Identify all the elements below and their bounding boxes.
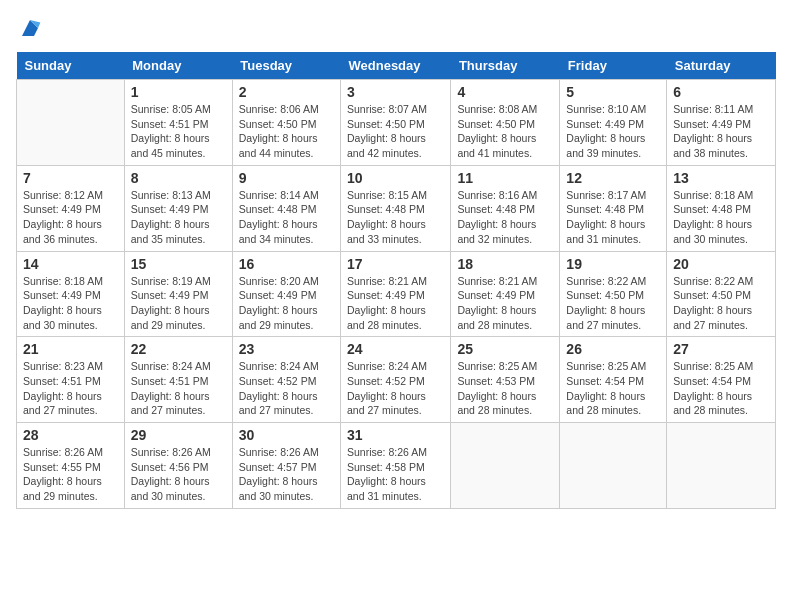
day-info: Sunrise: 8:26 AMSunset: 4:55 PMDaylight:…: [23, 445, 118, 504]
calendar-cell: 12Sunrise: 8:17 AMSunset: 4:48 PMDayligh…: [560, 165, 667, 251]
day-info: Sunrise: 8:19 AMSunset: 4:49 PMDaylight:…: [131, 274, 226, 333]
day-number: 5: [566, 84, 660, 100]
day-info: Sunrise: 8:21 AMSunset: 4:49 PMDaylight:…: [347, 274, 444, 333]
calendar-cell: 17Sunrise: 8:21 AMSunset: 4:49 PMDayligh…: [341, 251, 451, 337]
calendar-cell: 14Sunrise: 8:18 AMSunset: 4:49 PMDayligh…: [17, 251, 125, 337]
calendar-cell: 8Sunrise: 8:13 AMSunset: 4:49 PMDaylight…: [124, 165, 232, 251]
day-info: Sunrise: 8:23 AMSunset: 4:51 PMDaylight:…: [23, 359, 118, 418]
day-header-friday: Friday: [560, 52, 667, 80]
logo-icon: [18, 16, 42, 40]
day-info: Sunrise: 8:18 AMSunset: 4:49 PMDaylight:…: [23, 274, 118, 333]
calendar-cell: 2Sunrise: 8:06 AMSunset: 4:50 PMDaylight…: [232, 80, 340, 166]
day-number: 23: [239, 341, 334, 357]
day-info: Sunrise: 8:25 AMSunset: 4:54 PMDaylight:…: [673, 359, 769, 418]
calendar-cell: 1Sunrise: 8:05 AMSunset: 4:51 PMDaylight…: [124, 80, 232, 166]
calendar-cell: [560, 423, 667, 509]
day-info: Sunrise: 8:24 AMSunset: 4:52 PMDaylight:…: [347, 359, 444, 418]
calendar-cell: 30Sunrise: 8:26 AMSunset: 4:57 PMDayligh…: [232, 423, 340, 509]
week-row-5: 28Sunrise: 8:26 AMSunset: 4:55 PMDayligh…: [17, 423, 776, 509]
week-row-3: 14Sunrise: 8:18 AMSunset: 4:49 PMDayligh…: [17, 251, 776, 337]
day-info: Sunrise: 8:22 AMSunset: 4:50 PMDaylight:…: [566, 274, 660, 333]
logo: [16, 16, 42, 40]
calendar-cell: 20Sunrise: 8:22 AMSunset: 4:50 PMDayligh…: [667, 251, 776, 337]
calendar-cell: 3Sunrise: 8:07 AMSunset: 4:50 PMDaylight…: [341, 80, 451, 166]
calendar-cell: 11Sunrise: 8:16 AMSunset: 4:48 PMDayligh…: [451, 165, 560, 251]
day-number: 3: [347, 84, 444, 100]
day-number: 29: [131, 427, 226, 443]
day-number: 6: [673, 84, 769, 100]
days-header-row: SundayMondayTuesdayWednesdayThursdayFrid…: [17, 52, 776, 80]
day-number: 9: [239, 170, 334, 186]
calendar-cell: 13Sunrise: 8:18 AMSunset: 4:48 PMDayligh…: [667, 165, 776, 251]
day-number: 11: [457, 170, 553, 186]
calendar-cell: 18Sunrise: 8:21 AMSunset: 4:49 PMDayligh…: [451, 251, 560, 337]
calendar-cell: [451, 423, 560, 509]
day-info: Sunrise: 8:24 AMSunset: 4:52 PMDaylight:…: [239, 359, 334, 418]
calendar-cell: 26Sunrise: 8:25 AMSunset: 4:54 PMDayligh…: [560, 337, 667, 423]
calendar-cell: 28Sunrise: 8:26 AMSunset: 4:55 PMDayligh…: [17, 423, 125, 509]
day-header-sunday: Sunday: [17, 52, 125, 80]
day-info: Sunrise: 8:24 AMSunset: 4:51 PMDaylight:…: [131, 359, 226, 418]
day-info: Sunrise: 8:12 AMSunset: 4:49 PMDaylight:…: [23, 188, 118, 247]
calendar-cell: 31Sunrise: 8:26 AMSunset: 4:58 PMDayligh…: [341, 423, 451, 509]
day-number: 13: [673, 170, 769, 186]
day-info: Sunrise: 8:10 AMSunset: 4:49 PMDaylight:…: [566, 102, 660, 161]
day-header-saturday: Saturday: [667, 52, 776, 80]
day-info: Sunrise: 8:15 AMSunset: 4:48 PMDaylight:…: [347, 188, 444, 247]
day-info: Sunrise: 8:18 AMSunset: 4:48 PMDaylight:…: [673, 188, 769, 247]
calendar-cell: 22Sunrise: 8:24 AMSunset: 4:51 PMDayligh…: [124, 337, 232, 423]
day-number: 18: [457, 256, 553, 272]
day-info: Sunrise: 8:25 AMSunset: 4:53 PMDaylight:…: [457, 359, 553, 418]
day-info: Sunrise: 8:20 AMSunset: 4:49 PMDaylight:…: [239, 274, 334, 333]
day-info: Sunrise: 8:08 AMSunset: 4:50 PMDaylight:…: [457, 102, 553, 161]
page-header: [16, 16, 776, 40]
calendar-cell: 10Sunrise: 8:15 AMSunset: 4:48 PMDayligh…: [341, 165, 451, 251]
day-info: Sunrise: 8:26 AMSunset: 4:58 PMDaylight:…: [347, 445, 444, 504]
day-number: 1: [131, 84, 226, 100]
day-number: 14: [23, 256, 118, 272]
calendar-cell: 27Sunrise: 8:25 AMSunset: 4:54 PMDayligh…: [667, 337, 776, 423]
calendar-cell: 21Sunrise: 8:23 AMSunset: 4:51 PMDayligh…: [17, 337, 125, 423]
calendar-cell: 19Sunrise: 8:22 AMSunset: 4:50 PMDayligh…: [560, 251, 667, 337]
day-number: 31: [347, 427, 444, 443]
day-number: 16: [239, 256, 334, 272]
day-number: 4: [457, 84, 553, 100]
calendar-cell: 6Sunrise: 8:11 AMSunset: 4:49 PMDaylight…: [667, 80, 776, 166]
day-number: 2: [239, 84, 334, 100]
week-row-4: 21Sunrise: 8:23 AMSunset: 4:51 PMDayligh…: [17, 337, 776, 423]
day-info: Sunrise: 8:26 AMSunset: 4:56 PMDaylight:…: [131, 445, 226, 504]
day-info: Sunrise: 8:16 AMSunset: 4:48 PMDaylight:…: [457, 188, 553, 247]
day-number: 26: [566, 341, 660, 357]
day-info: Sunrise: 8:06 AMSunset: 4:50 PMDaylight:…: [239, 102, 334, 161]
day-header-thursday: Thursday: [451, 52, 560, 80]
day-number: 10: [347, 170, 444, 186]
calendar-cell: 16Sunrise: 8:20 AMSunset: 4:49 PMDayligh…: [232, 251, 340, 337]
calendar-cell: 15Sunrise: 8:19 AMSunset: 4:49 PMDayligh…: [124, 251, 232, 337]
calendar-cell: 5Sunrise: 8:10 AMSunset: 4:49 PMDaylight…: [560, 80, 667, 166]
day-header-tuesday: Tuesday: [232, 52, 340, 80]
day-number: 8: [131, 170, 226, 186]
day-info: Sunrise: 8:13 AMSunset: 4:49 PMDaylight:…: [131, 188, 226, 247]
day-info: Sunrise: 8:21 AMSunset: 4:49 PMDaylight:…: [457, 274, 553, 333]
calendar-cell: [667, 423, 776, 509]
week-row-2: 7Sunrise: 8:12 AMSunset: 4:49 PMDaylight…: [17, 165, 776, 251]
day-info: Sunrise: 8:05 AMSunset: 4:51 PMDaylight:…: [131, 102, 226, 161]
day-header-monday: Monday: [124, 52, 232, 80]
day-number: 30: [239, 427, 334, 443]
day-number: 27: [673, 341, 769, 357]
day-number: 20: [673, 256, 769, 272]
day-number: 7: [23, 170, 118, 186]
day-number: 24: [347, 341, 444, 357]
day-number: 15: [131, 256, 226, 272]
day-info: Sunrise: 8:26 AMSunset: 4:57 PMDaylight:…: [239, 445, 334, 504]
day-number: 21: [23, 341, 118, 357]
day-info: Sunrise: 8:22 AMSunset: 4:50 PMDaylight:…: [673, 274, 769, 333]
day-info: Sunrise: 8:25 AMSunset: 4:54 PMDaylight:…: [566, 359, 660, 418]
calendar-cell: 24Sunrise: 8:24 AMSunset: 4:52 PMDayligh…: [341, 337, 451, 423]
day-header-wednesday: Wednesday: [341, 52, 451, 80]
day-number: 12: [566, 170, 660, 186]
calendar-cell: 25Sunrise: 8:25 AMSunset: 4:53 PMDayligh…: [451, 337, 560, 423]
day-number: 22: [131, 341, 226, 357]
calendar-cell: [17, 80, 125, 166]
calendar-cell: 4Sunrise: 8:08 AMSunset: 4:50 PMDaylight…: [451, 80, 560, 166]
